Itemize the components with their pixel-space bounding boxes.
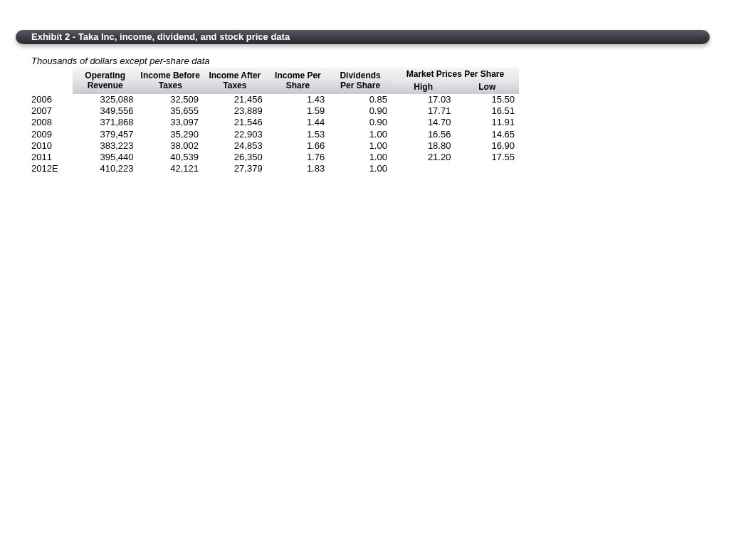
cell-high: 17.03 (392, 94, 455, 105)
cell-ibt: 40,539 (138, 152, 204, 163)
table-head: Operating Revenue Income Before Taxes In… (31, 68, 519, 94)
cell-year: 2010 (31, 140, 73, 152)
cell-ibt: 42,121 (138, 163, 204, 174)
cell-op-rev: 349,556 (73, 105, 138, 117)
table-row: 2006325,08832,50921,4561.430.8517.0315.5… (31, 94, 519, 105)
table-body: 2006325,08832,50921,4561.430.8517.0315.5… (31, 94, 519, 175)
cell-dps: 1.00 (329, 152, 392, 163)
cell-ips: 1.76 (267, 152, 330, 163)
cell-op-rev: 410,223 (73, 163, 138, 174)
cell-low: 17.55 (455, 152, 519, 163)
cell-op-rev: 383,223 (73, 140, 138, 152)
cell-iat: 21,456 (203, 94, 267, 105)
cell-high: 21.20 (392, 152, 455, 163)
cell-iat: 23,889 (203, 105, 267, 117)
cell-iat: 26,350 (203, 152, 267, 163)
col-mpps-head: Market Prices Per Share (392, 68, 519, 80)
cell-ibt: 35,290 (138, 129, 204, 140)
cell-year: 2006 (31, 94, 73, 105)
table-row: 2007349,55635,65523,8891.590.9017.7116.5… (31, 105, 519, 117)
table-row: 2010383,22338,00224,8531.661.0018.8016.9… (31, 140, 519, 152)
cell-high: 17.71 (392, 105, 455, 117)
cell-ips: 1.43 (267, 94, 330, 105)
col-year-head (31, 68, 73, 94)
cell-op-rev: 395,440 (73, 152, 138, 163)
cell-dps: 0.85 (329, 94, 392, 105)
cell-high (392, 163, 455, 174)
cell-ibt: 33,097 (138, 117, 204, 128)
cell-ibt: 32,509 (138, 94, 204, 105)
cell-dps: 0.90 (329, 105, 392, 117)
exhibit-title: Exhibit 2 - Taka Inc, income, dividend, … (31, 31, 290, 42)
cell-high: 14.70 (392, 117, 455, 128)
table-row: 2008371,86833,09721,5461.440.9014.7011.9… (31, 117, 519, 128)
col-iat-head: Income After Taxes (203, 68, 267, 94)
cell-low: 16.90 (455, 140, 519, 152)
cell-year: 2009 (31, 129, 73, 140)
cell-ibt: 35,655 (138, 105, 204, 117)
cell-low: 15.50 (455, 94, 519, 105)
col-op-rev-head: Operating Revenue (73, 68, 138, 94)
cell-dps: 0.90 (329, 117, 392, 128)
cell-iat: 21,546 (203, 117, 267, 128)
cell-year: 2011 (31, 152, 73, 163)
cell-ibt: 38,002 (138, 140, 204, 152)
col-dps-head: Dividends Per Share (329, 68, 392, 94)
cell-year: 2007 (31, 105, 73, 117)
cell-high: 18.80 (392, 140, 455, 152)
cell-low (455, 163, 519, 174)
cell-dps: 1.00 (329, 129, 392, 140)
table-row: 2011395,44040,53926,3501.761.0021.2017.5… (31, 152, 519, 163)
col-high-head: High (392, 80, 455, 93)
col-low-head: Low (455, 80, 519, 93)
data-table-wrap: Operating Revenue Income Before Taxes In… (31, 68, 519, 175)
cell-ips: 1.44 (267, 117, 330, 128)
col-ibt-head: Income Before Taxes (138, 68, 204, 94)
cell-ips: 1.53 (267, 129, 330, 140)
cell-op-rev: 325,088 (73, 94, 138, 105)
col-ips-head: Income Per Share (267, 68, 330, 94)
cell-iat: 27,379 (203, 163, 267, 174)
cell-ips: 1.59 (267, 105, 330, 117)
cell-ips: 1.66 (267, 140, 330, 152)
cell-low: 14.65 (455, 129, 519, 140)
cell-iat: 22,903 (203, 129, 267, 140)
exhibit-title-bar: Exhibit 2 - Taka Inc, income, dividend, … (16, 30, 710, 44)
cell-year: 2008 (31, 117, 73, 128)
data-table: Operating Revenue Income Before Taxes In… (31, 68, 519, 175)
cell-high: 16.56 (392, 129, 455, 140)
cell-ips: 1.83 (267, 163, 330, 174)
table-row: 2012E410,22342,12127,3791.831.00 (31, 163, 519, 174)
cell-low: 16.51 (455, 105, 519, 117)
cell-year: 2012E (31, 163, 73, 174)
cell-iat: 24,853 (203, 140, 267, 152)
subtitle: Thousands of dollars except per-share da… (31, 56, 210, 66)
cell-low: 11.91 (455, 117, 519, 128)
cell-op-rev: 371,868 (73, 117, 138, 128)
cell-dps: 1.00 (329, 163, 392, 174)
cell-op-rev: 379,457 (73, 129, 138, 140)
table-row: 2009379,45735,29022,9031.531.0016.5614.6… (31, 129, 519, 140)
cell-dps: 1.00 (329, 140, 392, 152)
